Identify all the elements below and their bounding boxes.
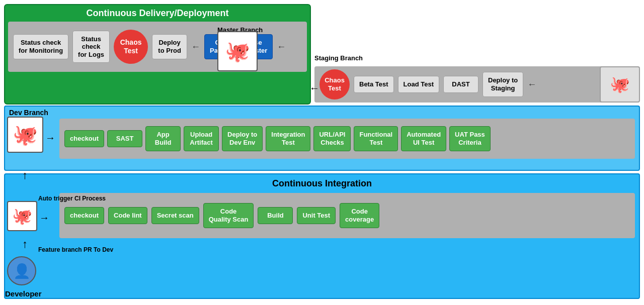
ci-octocat: 🐙 [7,201,37,231]
chaos-test-cd-box[interactable]: ChaosTest [114,30,148,64]
cd-title: Continuous Delivery/Deployment [8,8,307,19]
ci-section: Continuous Integration checkout Code lin… [4,173,640,299]
arrow-staging-right: ← [527,79,536,90]
load-test-box[interactable]: Load Test [398,76,439,93]
deploy-to-prod-box[interactable]: Deployto Prod [152,34,187,59]
dev-checkout-box[interactable]: checkout [64,130,104,147]
staging-branch-label: Staging Branch [314,54,363,62]
dev-pipeline: checkout SAST AppBuild UploadArtifact De… [59,119,635,159]
dev-title: Dev Branch [9,109,635,117]
ci-unit-test-box[interactable]: Unit Test [297,207,336,224]
dev-octocat: 🐙 [7,117,43,153]
dev-automated-ui-box[interactable]: AutomatedUI Test [401,126,446,151]
chaos-test-staging-box[interactable]: ChaosTest [319,69,350,99]
developer-label: Developer [5,289,42,298]
ci-build-box[interactable]: Build [258,207,293,224]
dev-app-build-box[interactable]: AppBuild [145,126,181,151]
ci-checkout-box[interactable]: checkout [64,207,104,224]
ci-pipeline: checkout Code lint Secret scan CodeQuali… [59,193,635,238]
dev-deploy-dev-env-box[interactable]: Deploy toDev Env [222,126,263,151]
dast-box[interactable]: DAST [443,76,478,93]
staging-octocat: 🐙 [610,75,630,94]
arrow-cd-release: ← [191,42,200,52]
staging-pipeline: ChaosTest Beta Test Load Test DAST Deplo… [314,66,626,103]
arrow-dev-pipeline: → [45,132,55,144]
status-check-monitoring-box[interactable]: Status checkfor Monitoring [13,34,68,59]
ci-code-coverage-box[interactable]: Codecoverage [340,203,379,228]
dev-sast-box[interactable]: SAST [107,130,142,147]
arrow-release-master: ← [277,42,286,52]
feature-branch-label: Feature branch PR To Dev [38,246,113,253]
dev-integration-test-box[interactable]: IntegrationTest [266,126,310,151]
developer-octocat: 👤 [7,256,36,285]
arrow-ci-pipeline: → [39,212,49,224]
dev-upload-artifact-box[interactable]: UploadArtifact [184,126,219,151]
dev-uat-pass-criteria-box[interactable]: UAT PassCriteria [449,126,491,151]
auto-trigger-label: Auto trigger CI Process [38,195,106,202]
deploy-to-staging-box[interactable]: Deploy toStaging [482,72,523,96]
master-octocat: 🐙 [217,31,258,71]
arrow-dev-to-ci: ↑ [22,238,28,251]
staging-octocat-box: 🐙 [600,66,640,103]
arrow-ci-to-dev: ↑ [22,169,28,182]
dev-url-api-checks-box[interactable]: URL/APIChecks [313,126,351,151]
dev-functional-test-box[interactable]: FunctionalTest [354,126,398,151]
ci-code-lint-box[interactable]: Code lint [108,207,147,224]
ci-code-quality-scan-box[interactable]: CodeQuality Scan [203,203,254,228]
ci-title: Continuous Integration [9,178,635,189]
arrow-cd-staging: ← [309,82,319,94]
ci-secret-scan-box[interactable]: Secret scan [151,207,199,224]
dev-section: Dev Branch checkout SAST AppBuild Upload… [4,106,640,171]
status-check-logs-box[interactable]: Statuscheckfor Logs [72,31,110,63]
cd-section: Continuous Delivery/Deployment Status ch… [4,4,311,105]
beta-test-box[interactable]: Beta Test [354,76,394,93]
